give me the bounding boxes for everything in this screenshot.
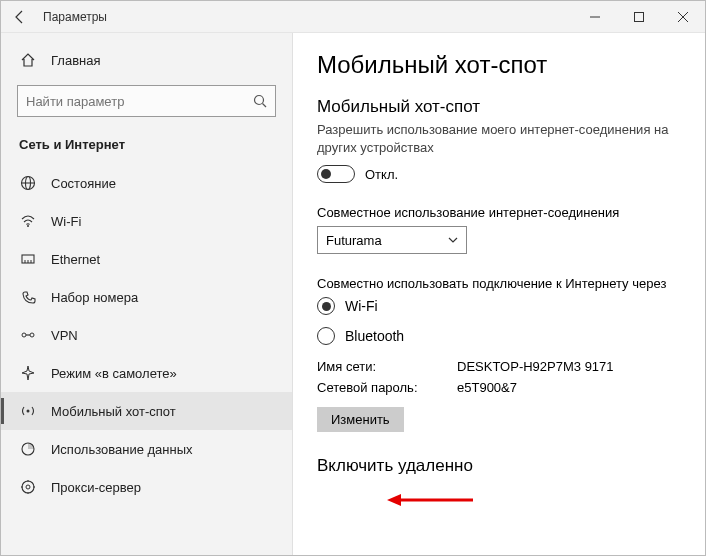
- sidebar-item-hotspot[interactable]: Мобильный хот-спот: [1, 392, 292, 430]
- remote-heading: Включить удаленно: [317, 456, 681, 476]
- sidebar-item-airplane[interactable]: Режим «в самолете»: [1, 354, 292, 392]
- network-password-label: Сетевой пароль:: [317, 380, 457, 395]
- sidebar-item-wifi[interactable]: Wi-Fi: [1, 202, 292, 240]
- share-via-label: Совместно использовать подключение к Инт…: [317, 276, 681, 291]
- annotation-arrow-icon: [385, 490, 475, 510]
- network-name-label: Имя сети:: [317, 359, 457, 374]
- airplane-icon: [19, 364, 37, 382]
- section-title: Сеть и Интернет: [19, 137, 292, 152]
- share-connection-label: Совместное использование интернет-соедин…: [317, 205, 681, 220]
- sidebar-item-label: Режим «в самолете»: [51, 366, 177, 381]
- share-connection-combo[interactable]: Futurama: [317, 226, 467, 254]
- search-icon: [253, 94, 267, 108]
- sidebar-item-ethernet[interactable]: Ethernet: [1, 240, 292, 278]
- maximize-icon: [634, 12, 644, 22]
- svg-point-17: [27, 410, 30, 413]
- sidebar-home-label: Главная: [51, 53, 100, 68]
- window-title: Параметры: [43, 10, 107, 24]
- data-usage-icon: [19, 440, 37, 458]
- ethernet-icon: [19, 250, 37, 268]
- titlebar: Параметры: [1, 1, 705, 33]
- sidebar-item-label: VPN: [51, 328, 78, 343]
- search-box[interactable]: [17, 85, 276, 117]
- network-password-value: e5T900&7: [457, 380, 681, 395]
- page-title: Мобильный хот-спот: [317, 51, 681, 79]
- vpn-icon: [19, 326, 37, 344]
- sidebar-item-vpn[interactable]: VPN: [1, 316, 292, 354]
- sidebar-item-label: Ethernet: [51, 252, 100, 267]
- toggle-state-label: Откл.: [365, 167, 398, 182]
- hotspot-heading: Мобильный хот-спот: [317, 97, 681, 117]
- sidebar-item-label: Набор номера: [51, 290, 138, 305]
- maximize-button[interactable]: [617, 1, 661, 32]
- back-button[interactable]: [1, 1, 39, 32]
- radio-bluetooth[interactable]: Bluetooth: [317, 327, 681, 345]
- svg-marker-26: [387, 494, 401, 506]
- sidebar-item-datausage[interactable]: Использование данных: [1, 430, 292, 468]
- close-icon: [678, 12, 688, 22]
- combo-value: Futurama: [326, 233, 382, 248]
- network-name-value: DESKTOP-H92P7M3 9171: [457, 359, 681, 374]
- sidebar-item-label: Прокси-сервер: [51, 480, 141, 495]
- dialup-icon: [19, 288, 37, 306]
- chevron-down-icon: [448, 235, 458, 245]
- search-input[interactable]: [26, 94, 253, 109]
- home-icon: [19, 51, 37, 69]
- minimize-icon: [590, 12, 600, 22]
- radio-icon: [317, 297, 335, 315]
- radio-label: Wi-Fi: [345, 298, 378, 314]
- sidebar-item-status[interactable]: Состояние: [1, 164, 292, 202]
- close-button[interactable]: [661, 1, 705, 32]
- svg-point-19: [22, 481, 34, 493]
- minimize-button[interactable]: [573, 1, 617, 32]
- radio-icon: [317, 327, 335, 345]
- svg-point-4: [255, 96, 264, 105]
- svg-rect-1: [635, 12, 644, 21]
- arrow-left-icon: [13, 10, 27, 24]
- wifi-icon: [19, 212, 37, 230]
- svg-point-14: [22, 333, 26, 337]
- sidebar-home[interactable]: Главная: [1, 41, 292, 79]
- proxy-icon: [19, 478, 37, 496]
- sidebar-item-dialup[interactable]: Набор номера: [1, 278, 292, 316]
- sidebar-item-label: Мобильный хот-спот: [51, 404, 176, 419]
- hotspot-description: Разрешить использование моего интернет-с…: [317, 121, 681, 157]
- sidebar-item-proxy[interactable]: Прокси-сервер: [1, 468, 292, 506]
- svg-point-20: [26, 485, 30, 489]
- hotspot-icon: [19, 402, 37, 420]
- globe-icon: [19, 174, 37, 192]
- edit-button[interactable]: Изменить: [317, 407, 404, 432]
- radio-wifi[interactable]: Wi-Fi: [317, 297, 681, 315]
- radio-label: Bluetooth: [345, 328, 404, 344]
- svg-point-9: [27, 225, 29, 227]
- sidebar-item-label: Использование данных: [51, 442, 193, 457]
- sidebar: Главная Сеть и Интернет Состояние Wi-Fi: [1, 33, 293, 555]
- content-area: Мобильный хот-спот Мобильный хот-спот Ра…: [293, 33, 705, 555]
- sidebar-item-label: Wi-Fi: [51, 214, 81, 229]
- sidebar-item-label: Состояние: [51, 176, 116, 191]
- svg-line-5: [263, 104, 267, 108]
- svg-point-15: [30, 333, 34, 337]
- hotspot-toggle[interactable]: [317, 165, 355, 183]
